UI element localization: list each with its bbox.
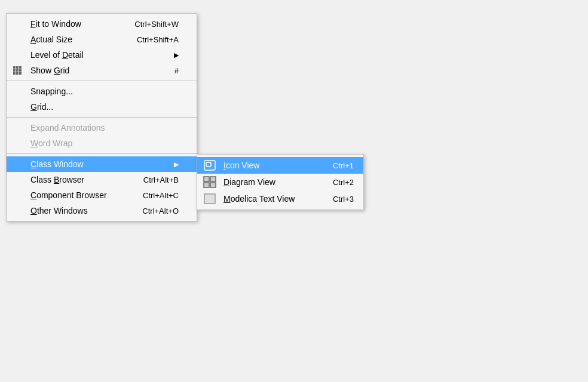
icon-view-icon: [202, 158, 218, 173]
separator-1: [7, 81, 197, 81]
expand-annotations-label: Expand Annotations: [30, 123, 105, 133]
actual-size-label: Actual Size: [30, 35, 72, 44]
menu-item-word-wrap: Word Wrap: [7, 135, 197, 151]
submenu-item-diagram-view[interactable]: Diagram View Ctrl+2: [197, 174, 363, 190]
show-grid-icon: [10, 63, 24, 78]
svg-rect-4: [204, 183, 209, 187]
diagram-view-icon: [202, 174, 218, 190]
view-dropdown-menu: Fit to Window Ctrl+Shift+W Actual Size C…: [6, 13, 197, 221]
class-browser-shortcut: Ctrl+Alt+B: [120, 175, 179, 184]
svg-rect-6: [204, 194, 215, 204]
view-menu-label[interactable]: [0, 0, 10, 5]
menu-item-show-grid[interactable]: Show Grid #: [7, 63, 197, 78]
show-grid-label: Show Grid: [30, 66, 69, 75]
menu-item-level-of-detail[interactable]: Level of Detail ▶: [7, 47, 197, 63]
word-wrap-label: Word Wrap: [30, 138, 72, 148]
menu-item-other-windows[interactable]: Other Windows Ctrl+Alt+O: [7, 203, 197, 218]
svg-rect-1: [206, 162, 211, 167]
other-windows-label: Other Windows: [30, 206, 88, 215]
diagram-view-label: Diagram View: [223, 177, 275, 187]
modelica-text-view-icon: [202, 191, 218, 207]
menu-item-actual-size[interactable]: Actual Size Ctrl+Shift+A: [7, 32, 197, 47]
level-of-detail-arrow: ▶: [174, 51, 179, 59]
separator-2: [7, 117, 197, 118]
class-window-submenu: Icon View Ctrl+1 Diagram View Ctrl+2: [197, 154, 364, 210]
other-windows-shortcut: Ctrl+Alt+O: [118, 207, 179, 215]
component-browser-label: Component Browser: [30, 190, 107, 200]
show-grid-shortcut: #: [151, 66, 179, 75]
diagram-view-shortcut: Ctrl+2: [315, 178, 354, 187]
class-window-arrow: ▶: [174, 161, 179, 168]
class-window-label: Class Window: [30, 159, 84, 169]
menu-item-component-browser[interactable]: Component Browser Ctrl+Alt+C: [7, 187, 197, 203]
menu-item-class-window[interactable]: Class Window ▶ Icon View Ctrl+1: [7, 156, 197, 172]
modelica-text-view-shortcut: Ctrl+3: [315, 195, 354, 204]
menu-item-expand-annotations: Expand Annotations: [7, 120, 197, 135]
component-browser-shortcut: Ctrl+Alt+C: [119, 191, 179, 200]
actual-size-shortcut: Ctrl+Shift+A: [113, 35, 179, 44]
separator-3: [7, 153, 197, 154]
class-browser-label: Class Browser: [30, 175, 84, 184]
svg-rect-5: [210, 183, 216, 187]
icon-view-shortcut: Ctrl+1: [315, 161, 354, 170]
modelica-text-view-label: Modelica Text View: [223, 194, 295, 204]
menu-item-class-browser[interactable]: Class Browser Ctrl+Alt+B: [7, 172, 197, 187]
submenu-item-icon-view[interactable]: Icon View Ctrl+1: [197, 157, 363, 174]
fit-to-window-label: Fit to Window: [30, 19, 81, 29]
svg-rect-3: [210, 177, 216, 181]
submenu-item-modelica-text-view[interactable]: Modelica Text View Ctrl+3: [197, 190, 363, 207]
snapping-label: Snapping...: [30, 87, 73, 96]
menu-item-snapping[interactable]: Snapping...: [7, 84, 197, 99]
level-of-detail-label: Level of Detail: [30, 50, 84, 60]
svg-rect-2: [204, 177, 209, 181]
menu-item-fit-to-window[interactable]: Fit to Window Ctrl+Shift+W: [7, 16, 197, 32]
icon-view-label: Icon View: [223, 161, 259, 170]
menu-item-grid[interactable]: Grid...: [7, 99, 197, 115]
fit-to-window-shortcut: Ctrl+Shift+W: [111, 20, 179, 29]
grid-label: Grid...: [30, 102, 53, 112]
